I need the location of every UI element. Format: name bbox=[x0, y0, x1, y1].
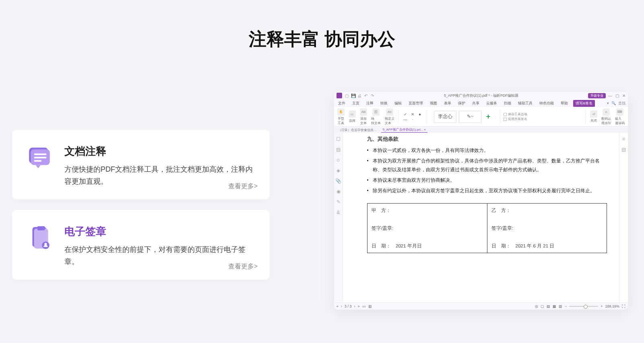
minimize-button[interactable]: — bbox=[608, 94, 612, 98]
menu-item[interactable]: 表单 bbox=[442, 100, 453, 107]
party-b-label: 乙 方： bbox=[491, 206, 603, 215]
search-icon[interactable]: 🔍 bbox=[611, 101, 616, 105]
ribbon-option[interactable]: 应用所有签名 bbox=[504, 117, 527, 122]
pages-icon[interactable]: ▤ bbox=[336, 147, 341, 152]
right-tool-panel[interactable]: ≡ ▤ bbox=[619, 133, 628, 302]
view-mode-icon[interactable]: ▦ bbox=[553, 304, 556, 308]
mark-tool[interactable]: ✕ bbox=[409, 112, 416, 116]
nav-icon[interactable]: ▭ bbox=[362, 304, 366, 308]
document-tab[interactable]: 5_APP推广合作协议(1).pd... × bbox=[381, 127, 427, 133]
feature-card-annotation[interactable]: 文档注释 方便快捷的PDF文档注释工具，批注文档更加高效，注释内容更加直观。 查… bbox=[12, 130, 270, 200]
ribbon-tool[interactable]: AB添加文本 bbox=[359, 108, 368, 125]
page-indicator[interactable]: 3 / 3 bbox=[345, 304, 352, 308]
section-heading: 九、其他条款 bbox=[367, 135, 607, 143]
left-navigation-panel[interactable]: ☐ ▤ ☺ ◈ 📎 ◉ ✎ & bbox=[334, 133, 343, 302]
maximize-button[interactable]: ▢ bbox=[615, 94, 619, 98]
feature-card-signature[interactable]: 电子签章 在保护文档安全性的前提下，对有需要的页面进行电子签章。 查看更多> bbox=[12, 210, 270, 280]
menu-item[interactable]: 辅助工具 bbox=[516, 100, 534, 107]
fullscreen-button[interactable]: ⛶ bbox=[622, 304, 625, 308]
mark-tool[interactable]: — bbox=[402, 117, 409, 122]
feature-list: 文档注释 方便快捷的PDF文档注释工具，批注文档更加高效，注释内容更加直观。 查… bbox=[12, 130, 270, 290]
zoom-in-button[interactable]: + bbox=[601, 304, 603, 308]
mark-tool[interactable]: ● bbox=[417, 112, 423, 116]
redo-icon[interactable]: ↷ bbox=[370, 94, 374, 98]
menu-item[interactable]: 注释 bbox=[365, 100, 375, 107]
clause-list: 本协议一式贰份，双方各执一份，具有同等法律效力。本协议为双方开展推广合作的框架性… bbox=[367, 146, 607, 195]
view-mode-icon[interactable]: ◎ bbox=[535, 304, 538, 308]
print-icon[interactable]: 🖨 bbox=[357, 94, 361, 98]
menu-item[interactable]: 扫描 bbox=[502, 100, 513, 107]
last-page-button[interactable]: » bbox=[358, 304, 360, 308]
open-icon[interactable]: ▢ bbox=[345, 94, 349, 98]
comments-icon[interactable]: ☺ bbox=[336, 157, 341, 163]
signatures-icon[interactable]: ◉ bbox=[336, 189, 341, 194]
menu-item-active[interactable]: 填写&签名 bbox=[573, 100, 595, 107]
menu-item[interactable]: 保护 bbox=[456, 100, 467, 107]
see-more-link[interactable]: 查看更多> bbox=[228, 182, 258, 191]
titlebar: ▢ 💾 🖨 ↶ ↷ 5_APP推广合作协议(1).pdf * - 福昕PDF编辑… bbox=[334, 92, 628, 99]
menu-item[interactable]: 共享 bbox=[471, 100, 481, 107]
layers-icon[interactable]: ◈ bbox=[336, 168, 340, 173]
mark-tool[interactable]: · bbox=[409, 117, 416, 122]
ribbon-tool[interactable]: ⏎关闭 bbox=[589, 110, 598, 123]
clause-item: 本协议为双方开展推广合作的框架性协议，具体合作中涉及的甲方产品名称、类型、数量，… bbox=[367, 156, 607, 174]
clause-item: 本协议未尽事宜由双方另行协商解决。 bbox=[367, 176, 607, 185]
ribbon-tool[interactable]: ⌨输入邀请码 bbox=[614, 108, 625, 125]
ribbon-tool[interactable]: ⎌数码认用水印 bbox=[601, 108, 612, 125]
view-mode-icon[interactable]: ▤ bbox=[547, 304, 550, 308]
security-icon[interactable]: ✎ bbox=[336, 199, 341, 205]
ribbon-tool[interactable]: Ab预定义文本 bbox=[384, 108, 395, 125]
svg-rect-2 bbox=[34, 154, 47, 155]
document-tab[interactable]: （日常）在追学饮食信息... bbox=[336, 127, 378, 133]
bookmarks-icon[interactable]: ☐ bbox=[336, 136, 341, 142]
menu-item[interactable]: 编辑 bbox=[393, 100, 403, 107]
add-signature-button[interactable]: + bbox=[484, 112, 493, 121]
zoom-out-button[interactable]: − bbox=[565, 304, 567, 308]
menu-item[interactable]: 特色功能 bbox=[538, 100, 555, 107]
see-more-link[interactable]: 查看更多> bbox=[228, 262, 258, 271]
nav-icon[interactable]: ▥ bbox=[368, 304, 372, 308]
zoom-slider[interactable] bbox=[569, 306, 598, 307]
menu-item[interactable]: 转换 bbox=[379, 100, 389, 107]
search-label: 查找 bbox=[618, 101, 625, 106]
signature-preset[interactable]: ✎~ bbox=[459, 111, 481, 123]
ribbon-tool[interactable]: ✋手型工具 bbox=[336, 108, 345, 125]
undo-icon[interactable]: ↶ bbox=[364, 94, 368, 98]
signature-table: 甲 方： 签字/盖章: 日 期： 2021 年月日 乙 方： 签字/盖章: 日 … bbox=[367, 203, 607, 253]
view-mode-icon[interactable]: ▢ bbox=[541, 304, 544, 308]
menu-item[interactable]: 帮助 bbox=[559, 100, 570, 107]
signature-preset[interactable]: 李念心 bbox=[434, 111, 456, 123]
ribbon: ✋手型工具▭选择AB添加文本囯绳排文本Ab预定义文本✓✕●—·李念心✎~+保存工… bbox=[334, 107, 628, 127]
panel-icon[interactable]: ▤ bbox=[621, 147, 626, 152]
document-viewport[interactable]: 九、其他条款 本协议一式贰份，双方各执一份，具有同等法律效力。本协议为双方开展推… bbox=[343, 133, 619, 302]
menu-item[interactable]: 视图 bbox=[428, 100, 439, 107]
menu-expand-icon[interactable]: ▾ bbox=[607, 101, 609, 105]
ribbon-option[interactable]: 保存工具选项 bbox=[504, 112, 527, 117]
menu-item[interactable]: 文件 bbox=[336, 100, 347, 107]
mark-tool[interactable]: ✓ bbox=[402, 112, 409, 116]
next-page-button[interactable]: › bbox=[354, 304, 355, 308]
panel-icon[interactable]: ≡ bbox=[622, 136, 625, 142]
first-page-button[interactable]: « bbox=[336, 304, 339, 308]
document-tabs: （日常）在追学饮食信息...5_APP推广合作协议(1).pd... × bbox=[334, 127, 628, 133]
ribbon-tool[interactable]: 囯绳排文本 bbox=[370, 108, 382, 125]
feature-title: 文档注释 bbox=[64, 144, 255, 158]
menu-item[interactable]: 页面管理 bbox=[407, 100, 425, 107]
close-button[interactable]: ✕ bbox=[622, 94, 625, 98]
view-mode-icon[interactable]: ▥ bbox=[559, 304, 562, 308]
quick-access-toolbar[interactable]: ▢ 💾 🖨 ↶ ↷ bbox=[345, 94, 374, 98]
zoom-level[interactable]: 188.16% bbox=[605, 304, 619, 308]
tags-icon[interactable]: & bbox=[336, 210, 340, 215]
app-logo-icon bbox=[336, 93, 342, 98]
statusbar: « ‹ 3 / 3 › » ▭ ▥ ◎ ▢ ▤ ▦ ▥ − + 188.16% … bbox=[334, 302, 628, 310]
svg-rect-7 bbox=[37, 226, 45, 230]
prev-page-button[interactable]: ‹ bbox=[341, 304, 342, 308]
menu-item[interactable]: 云服务 bbox=[485, 100, 499, 107]
attachments-icon[interactable]: 📎 bbox=[335, 178, 341, 184]
ribbon-tool[interactable]: ▭选择 bbox=[348, 110, 357, 123]
save-icon[interactable]: 💾 bbox=[351, 94, 355, 98]
pdf-editor-window: ▢ 💾 🖨 ↶ ↷ 5_APP推广合作协议(1).pdf * - 福昕PDF编辑… bbox=[334, 92, 628, 310]
svg-rect-3 bbox=[34, 157, 47, 158]
upgrade-badge[interactable]: 升级专业 bbox=[588, 93, 606, 98]
menu-item[interactable]: 主页 bbox=[351, 100, 361, 107]
